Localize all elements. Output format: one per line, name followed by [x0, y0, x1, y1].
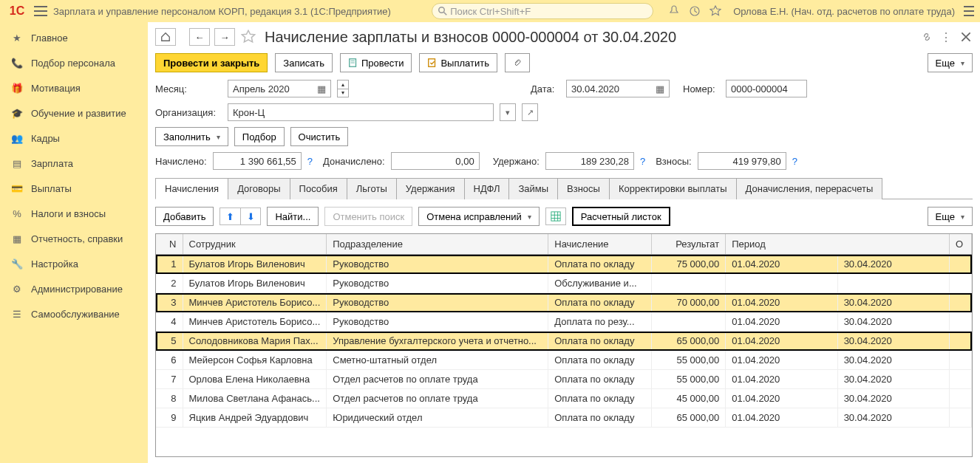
star-icon[interactable] [710, 5, 721, 17]
col-accrual[interactable]: Начисление [548, 234, 652, 255]
more-button[interactable]: Еще [928, 53, 973, 72]
sidebar-item-recruit[interactable]: 📞Подбор персонала [0, 50, 148, 75]
close-button[interactable] [959, 30, 973, 44]
svg-rect-5 [551, 212, 560, 221]
payslip-button[interactable]: Расчетный листок [572, 207, 670, 226]
app-title: Зарплата и управление персоналом КОРП, р… [53, 6, 391, 17]
col-period[interactable]: Период [726, 234, 950, 255]
number-field[interactable]: 0000-000004 [726, 80, 807, 97]
bell-icon[interactable] [668, 5, 680, 17]
grid-settings-button[interactable] [545, 208, 566, 225]
help-icon[interactable]: ? [640, 156, 645, 167]
sidebar-item-selfservice[interactable]: ☰Самообслуживание [0, 301, 148, 326]
link-icon[interactable] [921, 31, 933, 43]
clear-button[interactable]: Очистить [290, 127, 349, 146]
sidebar-item-label: Налоги и взносы [31, 208, 106, 219]
save-button[interactable]: Записать [275, 53, 333, 72]
home-button[interactable] [155, 28, 176, 46]
action-row: Провести и закрыть Записать Провести Вып… [155, 53, 973, 72]
extra-label: Доначислено: [323, 156, 385, 167]
help-icon[interactable]: ? [307, 156, 313, 167]
sidebar-item-taxes[interactable]: %Налоги и взносы [0, 201, 148, 226]
sidebar-item-salary[interactable]: ▤Зарплата [0, 151, 148, 176]
org-dropdown-button[interactable]: ▾ [500, 103, 516, 121]
table-row[interactable]: 9Яцкив Андрей ЭдуардовичЮридический отде… [156, 408, 972, 428]
svg-point-0 [439, 7, 445, 13]
back-button[interactable]: ← [189, 28, 210, 46]
sidebar-item-staff[interactable]: 👥Кадры [0, 126, 148, 151]
sidebar-item-edu[interactable]: 🎓Обучение и развитие [0, 100, 148, 126]
sidebar-item-reports[interactable]: ▦Отчетность, справки [0, 226, 148, 251]
sidebar-item-label: Зарплата [31, 158, 73, 169]
pick-button[interactable]: Подбор [234, 127, 285, 146]
contrib-field[interactable]: 419 979,80 [698, 152, 786, 170]
tab-5[interactable]: НДФЛ [464, 178, 510, 199]
tab-3[interactable]: Льготы [347, 178, 397, 199]
sidebar-item-settings[interactable]: 🔧Настройка [0, 251, 148, 276]
svg-rect-4 [429, 59, 435, 67]
sidebar-item-motivation[interactable]: 🎁Мотивация [0, 75, 148, 100]
forward-button[interactable]: → [214, 28, 235, 46]
pay-button[interactable]: Выплатить [419, 53, 497, 72]
cancel-corrections-button[interactable]: Отмена исправлений [418, 207, 540, 226]
table-row[interactable]: 4Минчев Аристотель Борисо...РуководствоД… [156, 312, 972, 332]
post-close-button[interactable]: Провести и закрыть [155, 53, 268, 72]
col-department[interactable]: Подразделение [327, 234, 548, 255]
cancel-find-button: Отменить поиск [324, 207, 412, 226]
panel-menu-icon[interactable] [964, 6, 974, 16]
fill-button[interactable]: Заполнить [155, 127, 228, 146]
sidebar-item-admin[interactable]: ⚙Администрирование [0, 276, 148, 301]
table-row[interactable]: 2Булатов Игорь ВиленовичРуководствоОбслу… [156, 274, 972, 293]
org-field[interactable]: Крон-Ц [228, 103, 494, 121]
tab-6[interactable]: Займы [508, 178, 558, 199]
extra-field[interactable]: 0,00 [391, 152, 480, 170]
date-field[interactable]: 30.04.2020▦ [566, 80, 670, 97]
post-button[interactable]: Провести [340, 53, 412, 72]
table-row[interactable]: 8Милова Светлана Афанась...Отдел расчето… [156, 389, 972, 408]
month-spin[interactable]: ▴▾ [337, 80, 349, 97]
menu-icon[interactable] [34, 6, 47, 16]
sidebar-item-payments[interactable]: 💳Выплаты [0, 176, 148, 201]
table-more-button[interactable]: Еще [928, 207, 973, 226]
accruals-table: N Сотрудник Подразделение Начисление Рез… [156, 234, 972, 428]
tab-4[interactable]: Удержания [396, 178, 465, 199]
tab-7[interactable]: Взносы [557, 178, 610, 199]
tab-2[interactable]: Пособия [290, 178, 347, 199]
tab-1[interactable]: Договоры [228, 178, 290, 199]
org-open-button[interactable]: ↗ [522, 103, 538, 121]
table-row[interactable]: 1Булатов Игорь ВиленовичРуководствоОплат… [156, 255, 972, 274]
sidebar-item-main[interactable]: ★Главное [0, 25, 148, 50]
titlebar: 1C Зарплата и управление персоналом КОРП… [0, 0, 980, 22]
calendar-icon: ▦ [317, 83, 326, 95]
tab-8[interactable]: Корректировки выплаты [609, 178, 737, 199]
staff-icon: 👥 [10, 131, 24, 145]
withheld-field[interactable]: 189 230,28 [545, 152, 634, 170]
table-row[interactable]: 3Минчев Аристотель Борисо...РуководствоО… [156, 293, 972, 312]
sidebar-item-label: Главное [31, 32, 68, 44]
help-icon[interactable]: ? [792, 156, 797, 167]
salary-icon: ▤ [10, 157, 24, 170]
table-row[interactable]: 6Мейерсон Софья КарловнаСметно-штатный о… [156, 351, 972, 370]
tab-0[interactable]: Начисления [155, 178, 228, 199]
add-button[interactable]: Добавить [155, 207, 214, 226]
col-employee[interactable]: Сотрудник [183, 234, 327, 255]
more-menu-icon[interactable]: ⋮ [940, 30, 952, 44]
table-row[interactable]: 5Солодовникова Мария Пах...Управление бу… [156, 332, 972, 351]
search-input[interactable]: Поиск Ctrl+Shift+F [432, 3, 653, 19]
move-down-button[interactable]: ⬇ [240, 208, 261, 225]
tab-9[interactable]: Доначисления, перерасчеты [736, 178, 883, 199]
accrued-field[interactable]: 1 390 661,55 [213, 152, 302, 170]
pay-icon [427, 58, 438, 68]
favorite-star-icon[interactable] [239, 28, 257, 46]
sidebar-item-label: Кадры [31, 133, 60, 144]
history-icon[interactable] [689, 5, 701, 17]
col-n[interactable]: N [156, 234, 183, 255]
sidebar-item-label: Обучение и развитие [31, 108, 126, 119]
move-up-button[interactable]: ⬆ [220, 208, 240, 225]
table-row[interactable]: 7Орлова Елена НиколаевнаОтдел расчетов п… [156, 370, 972, 389]
attach-button[interactable] [505, 53, 530, 72]
find-button[interactable]: Найти... [267, 207, 319, 226]
col-result[interactable]: Результат [652, 234, 726, 255]
col-o[interactable]: О [950, 234, 972, 255]
month-field[interactable]: Апрель 2020▦ [228, 80, 331, 97]
